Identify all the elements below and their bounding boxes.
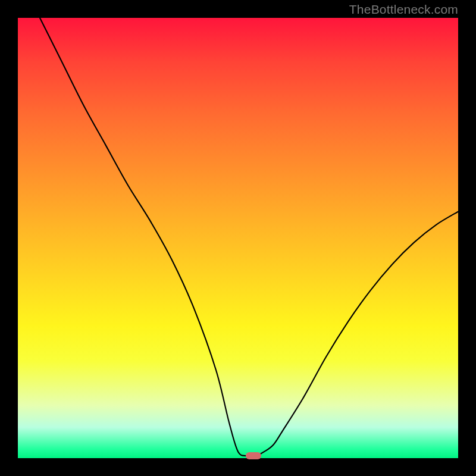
- chart-container: TheBottleneck.com: [0, 0, 476, 476]
- watermark-text: TheBottleneck.com: [349, 2, 458, 17]
- optimal-point-marker: [246, 452, 261, 459]
- plot-area: [18, 18, 458, 458]
- bottleneck-curve: [18, 18, 458, 458]
